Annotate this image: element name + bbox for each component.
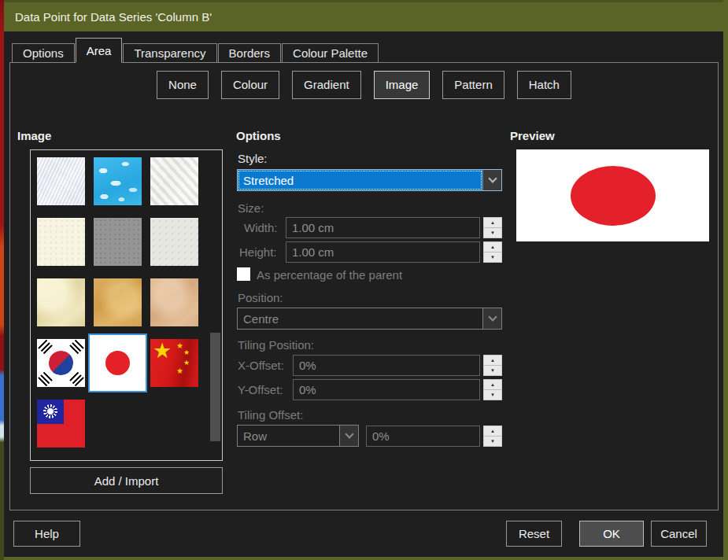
star-icon: ★	[176, 367, 183, 375]
thumbnail-texture-crumpled-white[interactable]	[150, 157, 198, 205]
width-spinner: ▲ ▼	[483, 217, 502, 238]
percent-parent-checkbox	[237, 267, 250, 281]
taiwan-white-sun	[43, 404, 57, 418]
position-combobox: Centre	[237, 308, 502, 330]
reset-button[interactable]: Reset	[506, 521, 562, 547]
spin-down-icon: ▼	[484, 252, 501, 262]
ok-button[interactable]: OK	[579, 521, 644, 547]
thumbnail-texture-tan-paper[interactable]	[150, 278, 198, 326]
spin-down-icon: ▼	[484, 366, 501, 375]
star-icon: ★	[176, 342, 183, 350]
spin-up-icon: ▲	[484, 356, 501, 366]
tab-transparency[interactable]: Transparency	[123, 43, 216, 63]
fill-pattern-button[interactable]: Pattern	[442, 71, 504, 99]
size-label: Size:	[238, 201, 264, 215]
star-icon: ★	[183, 349, 190, 356]
tiling-offset-spinner: ▲ ▼	[483, 426, 502, 447]
spin-up-icon: ▲	[484, 380, 501, 390]
preview-heading: Preview	[510, 129, 555, 142]
tiling-offset-dropdown-button	[339, 426, 358, 446]
thumbnail-texture-water-blue[interactable]	[94, 157, 142, 205]
chart-wall-bottom-edge	[0, 557, 728, 560]
star-icon: ★	[153, 341, 172, 362]
thumbnail-flag-china[interactable]: ★ ★ ★ ★ ★	[150, 339, 198, 387]
thumbnail-texture-brown-paper[interactable]	[94, 278, 142, 326]
tab-options[interactable]: Options	[12, 43, 75, 63]
tab-strip: Options Area Transparency Borders Colour…	[12, 38, 379, 63]
fill-gradient-button[interactable]: Gradient	[292, 71, 361, 99]
thumbnail-flag-japan-selected[interactable]	[94, 339, 142, 387]
image-listbox[interactable]: ★ ★ ★ ★ ★	[30, 149, 223, 461]
trigram	[69, 371, 84, 386]
thumbnail-texture-parchment-yellow[interactable]	[37, 278, 85, 326]
height-field: 1.00 cm	[286, 241, 480, 263]
y-offset-label: Y-Offset:	[238, 383, 283, 396]
x-offset-label: X-Offset:	[238, 359, 284, 372]
style-label: Style:	[238, 152, 268, 165]
fill-none-button[interactable]: None	[157, 71, 209, 99]
trigram	[69, 339, 84, 354]
height-label: Height:	[239, 245, 277, 259]
x-offset-spinner: ▲ ▼	[483, 355, 502, 376]
tiling-offset-combobox: Row	[237, 425, 359, 447]
tab-borders[interactable]: Borders	[218, 43, 282, 63]
height-spinner: ▲ ▼	[483, 241, 502, 263]
thumbnail-flag-south-korea[interactable]	[37, 339, 85, 387]
listbox-scrollbar-thumb[interactable]	[210, 333, 220, 441]
x-offset-field: 0%	[293, 355, 480, 376]
tab-colour-palette[interactable]: Colour Palette	[282, 43, 379, 63]
title-bar: Data Point for Data Series 'Column B'	[4, 0, 728, 31]
japan-sun-disc	[105, 351, 130, 375]
y-offset-spinner: ▲ ▼	[483, 379, 502, 400]
tab-area[interactable]: Area	[76, 38, 123, 63]
cancel-button[interactable]: Cancel	[651, 521, 707, 547]
tiling-offset-percent-field: 0%	[366, 426, 480, 447]
dialog-title: Data Point for Data Series 'Column B'	[15, 10, 212, 24]
y-offset-field: 0%	[293, 379, 480, 400]
help-button[interactable]: Help	[13, 521, 80, 547]
thumbnail-grid: ★ ★ ★ ★ ★	[37, 157, 216, 448]
spin-up-icon: ▲	[484, 426, 501, 437]
style-combobox[interactable]: Stretched	[237, 169, 502, 191]
tiling-offset-label: Tiling Offset:	[238, 408, 303, 422]
fill-colour-button[interactable]: Colour	[221, 71, 279, 99]
taegeuk-symbol	[47, 349, 76, 378]
options-heading: Options	[236, 129, 281, 142]
chart-wall-right-edge	[723, 0, 728, 560]
star-icon: ★	[183, 359, 190, 367]
spin-down-icon: ▼	[484, 390, 501, 400]
fill-type-row: None Colour Gradient Image Pattern Hatch	[9, 71, 719, 99]
style-dropdown-button[interactable]	[482, 170, 501, 190]
trigram	[38, 339, 53, 354]
thumbnail-texture-painted-white[interactable]	[37, 157, 85, 205]
thumbnail-flag-taiwan[interactable]	[37, 400, 85, 448]
tiling-offset-value: Row	[238, 426, 339, 446]
image-heading: Image	[17, 129, 51, 142]
spin-down-icon: ▼	[484, 228, 501, 238]
style-value: Stretched	[238, 170, 482, 190]
chevron-down-icon	[488, 174, 497, 182]
position-dropdown-button	[482, 308, 501, 329]
position-value: Centre	[238, 308, 482, 329]
add-import-button[interactable]: Add / Import	[30, 467, 223, 494]
spin-up-icon: ▲	[484, 218, 501, 228]
position-label: Position:	[238, 291, 283, 304]
preview-box	[516, 149, 709, 241]
thumbnail-texture-light-grey[interactable]	[150, 218, 198, 266]
trigram	[38, 371, 53, 386]
spin-up-icon: ▲	[484, 242, 501, 252]
fill-hatch-button[interactable]: Hatch	[517, 71, 571, 99]
fill-image-button[interactable]: Image	[374, 71, 431, 99]
thumbnail-texture-ivory-paper[interactable]	[37, 218, 85, 266]
spin-down-icon: ▼	[484, 437, 501, 446]
width-field: 1.00 cm	[286, 217, 480, 238]
chevron-down-icon	[488, 312, 497, 321]
thumbnail-texture-concrete-grey[interactable]	[94, 218, 142, 266]
width-label: Width:	[244, 221, 278, 234]
preview-stretched-flag-ellipse	[571, 166, 656, 226]
percent-parent-label: As percentage of the parent	[257, 268, 402, 282]
chevron-down-icon	[345, 429, 353, 438]
data-point-dialog: Data Point for Data Series 'Column B' ✕ …	[0, 0, 728, 560]
background-chart-sliver	[0, 0, 4, 560]
tiling-position-label: Tiling Position:	[238, 338, 314, 352]
